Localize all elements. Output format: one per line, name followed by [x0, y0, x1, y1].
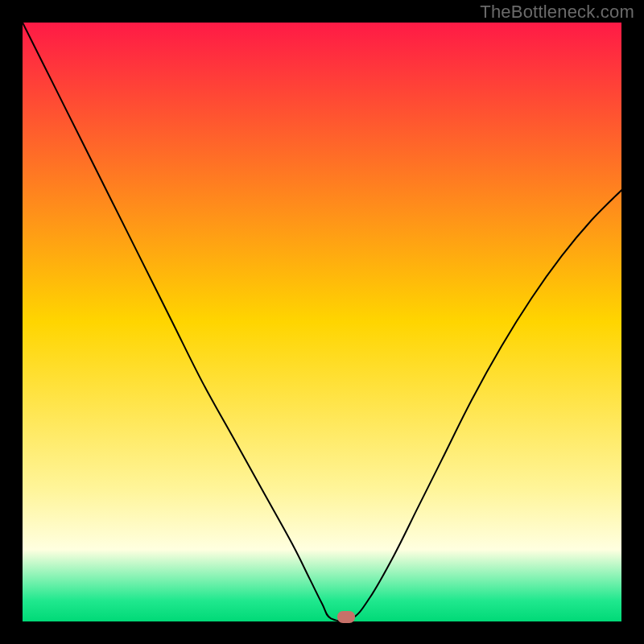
watermark-text: TheBottleneck.com: [480, 2, 634, 23]
chart-frame: TheBottleneck.com: [0, 0, 644, 644]
optimum-marker: [337, 611, 355, 623]
plot-area: [23, 23, 621, 621]
gradient-background: [23, 23, 621, 621]
bottleneck-chart: [23, 23, 621, 621]
